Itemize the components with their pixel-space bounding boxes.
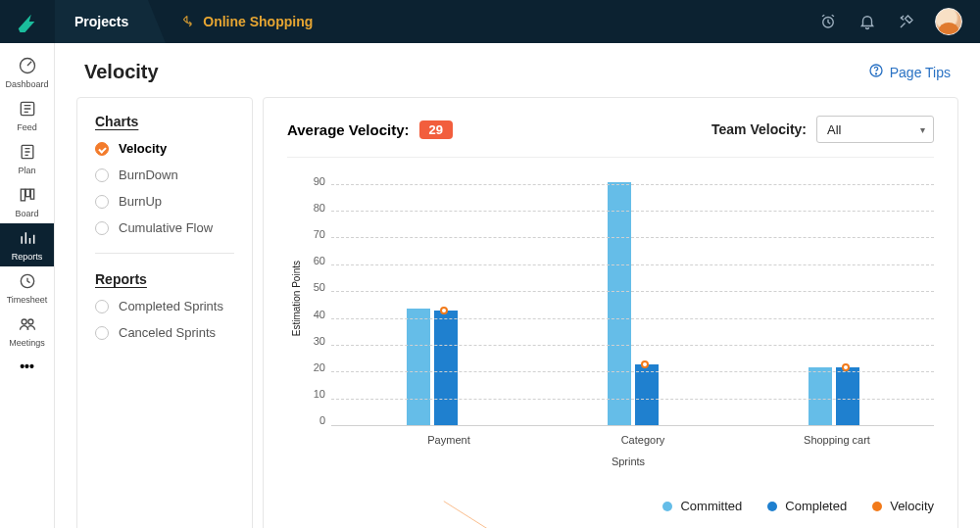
gridline: [331, 264, 934, 265]
radio-icon: [95, 195, 109, 209]
nav-reports[interactable]: Reports: [0, 223, 54, 266]
radio-icon: [95, 221, 109, 235]
bell-icon[interactable]: [857, 11, 878, 32]
swatch-committed: [662, 502, 672, 511]
x-axis-label: Sprints: [322, 456, 934, 467]
divider: [95, 253, 234, 254]
team-velocity-value: All: [827, 122, 841, 137]
y-tick-label: 30: [302, 335, 325, 347]
sprint-icon: [181, 14, 195, 30]
x-axis: PaymentCategoryShopping cart Sprints: [322, 434, 934, 467]
gridline: [331, 237, 934, 238]
chart-option-label: BurnDown: [119, 168, 178, 182]
legend-completed: Completed: [767, 499, 847, 513]
gauge-icon: [18, 56, 37, 77]
report-option-label: Canceled Sprints: [119, 325, 216, 340]
chevron-down-icon: ▾: [920, 124, 925, 135]
charts-section-title: Charts: [95, 114, 234, 129]
page-title: Velocity: [84, 61, 159, 83]
nav-feed[interactable]: Feed: [0, 94, 54, 137]
chart-head: Average Velocity: 29 Team Velocity: All …: [287, 116, 934, 158]
reports-list: Completed SprintsCanceled Sprints: [95, 299, 234, 340]
gridline: [331, 291, 934, 292]
gridline: [331, 345, 934, 346]
velocity-point: [440, 307, 448, 314]
gridline: [331, 399, 934, 400]
gridline: [331, 318, 934, 319]
alarm-icon[interactable]: [817, 11, 839, 32]
chart-option-label: Velocity: [119, 141, 167, 156]
bar-completed: [836, 367, 859, 426]
nav-timesheet[interactable]: Timesheet: [0, 266, 54, 310]
y-tick-label: 0: [302, 414, 325, 426]
avg-label: Average Velocity:: [287, 121, 410, 138]
nav-label: Timesheet: [7, 295, 48, 305]
chart-body: Estimation Points 9080706050403020100: [287, 171, 934, 426]
nav-label: Feed: [17, 122, 37, 132]
chart-option-burndown[interactable]: BurnDown: [95, 168, 234, 182]
nav-more[interactable]: •••: [20, 359, 34, 374]
y-axis-ticks: 9080706050403020100: [302, 171, 331, 426]
nav-dashboard[interactable]: Dashboard: [0, 51, 54, 94]
average-velocity: Average Velocity: 29: [287, 120, 453, 139]
report-option-completed-sprints[interactable]: Completed Sprints: [95, 299, 234, 313]
plan-icon: [18, 142, 37, 164]
tools-icon[interactable]: [896, 11, 917, 32]
avatar[interactable]: [935, 8, 962, 35]
legend-label: Committed: [680, 499, 742, 513]
bar-committed: [407, 309, 430, 426]
chart-option-velocity[interactable]: Velocity: [95, 141, 234, 156]
svg-rect-6: [30, 189, 33, 199]
y-tick-label: 20: [302, 361, 325, 373]
page-tips-label: Page Tips: [890, 65, 951, 80]
page-head: Velocity Page Tips: [55, 43, 980, 97]
y-tick-label: 70: [302, 228, 325, 240]
legend-label: Velocity: [890, 499, 934, 513]
breadcrumb[interactable]: Online Shopping: [181, 14, 313, 30]
projects-tab[interactable]: Projects: [55, 0, 148, 43]
app-logo[interactable]: [0, 0, 55, 43]
x-axis-line: [331, 425, 934, 426]
chart-option-label: Cumulative Flow: [119, 220, 213, 235]
x-tick-labels: PaymentCategoryShopping cart: [322, 434, 934, 446]
y-tick-label: 10: [302, 388, 325, 400]
nav-plan[interactable]: Plan: [0, 137, 54, 180]
plot-area: [331, 171, 934, 426]
nav-label: Dashboard: [5, 79, 48, 89]
team-velocity-select[interactable]: All ▾: [816, 116, 934, 143]
swatch-velocity: [872, 502, 882, 511]
nav-label: Plan: [18, 166, 35, 175]
nav-meetings[interactable]: Meetings: [0, 310, 54, 353]
nav-label: Meetings: [9, 338, 45, 348]
radio-icon: [95, 300, 109, 313]
legend-velocity: Velocity: [872, 499, 934, 513]
y-tick-label: 90: [302, 175, 325, 187]
feed-icon: [18, 99, 37, 120]
bar-completed: [434, 311, 458, 426]
y-tick-label: 60: [302, 255, 325, 266]
svg-point-9: [27, 319, 32, 324]
bar-committed: [808, 367, 832, 426]
header-right: [817, 8, 962, 35]
report-option-canceled-sprints[interactable]: Canceled Sprints: [95, 325, 234, 340]
page-tips-link[interactable]: Page Tips: [868, 63, 951, 81]
chart-option-cumulative-flow[interactable]: Cumulative Flow: [95, 220, 234, 235]
team-velocity-label: Team Velocity:: [711, 121, 807, 137]
nav-board[interactable]: Board: [0, 180, 54, 223]
nav-label: Reports: [12, 252, 43, 262]
bar-committed: [608, 182, 631, 426]
radio-icon: [95, 142, 109, 156]
charts-list: VelocityBurnDownBurnUpCumulative Flow: [95, 141, 234, 235]
velocity-point: [842, 363, 850, 371]
x-tick-label: Shopping cart: [740, 434, 934, 446]
help-icon: [868, 63, 884, 81]
bar-chart-icon: [18, 228, 37, 250]
bars-layer: [331, 171, 934, 426]
swatch-completed: [767, 502, 777, 511]
chart-option-label: BurnUp: [119, 194, 162, 209]
svg-rect-5: [25, 189, 29, 197]
svg-point-11: [875, 73, 876, 74]
chart-option-burnup[interactable]: BurnUp: [95, 194, 234, 209]
content: Charts VelocityBurnDownBurnUpCumulative …: [55, 97, 980, 528]
velocity-point: [641, 360, 649, 368]
